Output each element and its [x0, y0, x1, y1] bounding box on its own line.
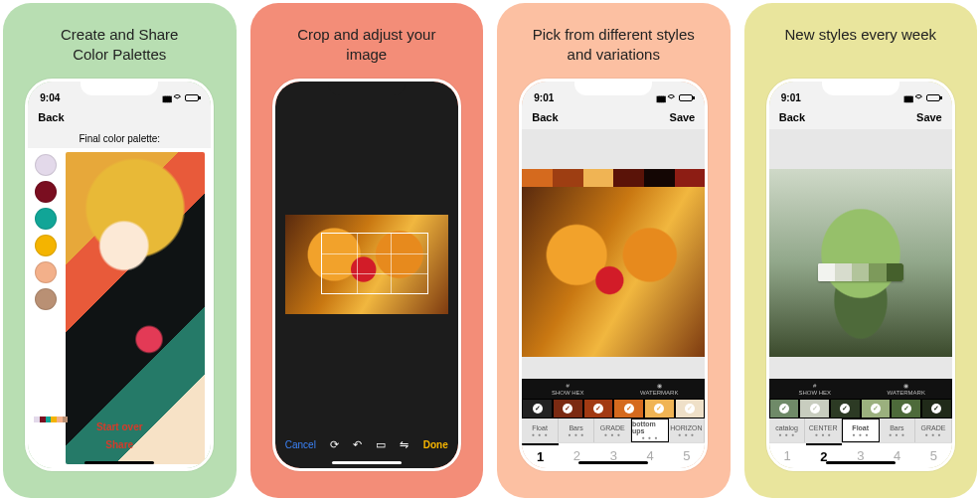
- rotate-icon[interactable]: ⟳: [330, 438, 339, 451]
- show-hex-toggle[interactable]: #SHOW HEX: [769, 379, 861, 399]
- palette-strip: [522, 169, 705, 187]
- style-option[interactable]: bottom ups● ● ●: [631, 418, 669, 442]
- color-check[interactable]: [613, 399, 644, 418]
- clock: 9:01: [534, 92, 554, 103]
- battery-icon: [185, 94, 199, 101]
- color-check[interactable]: [921, 399, 952, 418]
- style-picker[interactable]: Float● ● ●Bars● ● ●GRADE● ● ●bottom ups●…: [522, 418, 705, 442]
- palette-swatch[interactable]: [35, 288, 57, 310]
- color-check[interactable]: [583, 399, 614, 418]
- floating-palette: [818, 263, 903, 281]
- wifi-icon: [915, 91, 922, 103]
- color-check[interactable]: [830, 399, 861, 418]
- home-indicator: [826, 461, 896, 464]
- aspect-icon[interactable]: ▭: [376, 438, 386, 451]
- style-option[interactable]: HORIZON● ● ●: [669, 418, 706, 442]
- style-option[interactable]: Bars● ● ●: [880, 418, 916, 442]
- variation-option[interactable]: 4: [632, 443, 669, 468]
- promo-card-4: New styles every week 9:01 Back Save: [744, 3, 978, 498]
- color-check[interactable]: [553, 399, 583, 418]
- control-header: #SHOW HEX ◉WATERMARK: [522, 379, 705, 399]
- save-button[interactable]: Save: [670, 111, 696, 123]
- color-check[interactable]: [522, 399, 553, 418]
- color-checks[interactable]: [522, 399, 705, 418]
- phone-notch: [822, 82, 899, 95]
- caption-line: Pick from different styles: [533, 26, 695, 43]
- variation-option[interactable]: 1: [522, 443, 559, 468]
- caption-line: and variations: [568, 46, 660, 63]
- done-button[interactable]: Done: [423, 439, 448, 450]
- card-caption: New styles every week: [784, 25, 936, 65]
- mirror-icon[interactable]: ⇋: [400, 438, 408, 451]
- variation-option[interactable]: 5: [668, 443, 705, 468]
- watermark-toggle[interactable]: ◉WATERMARK: [613, 379, 705, 399]
- spacer: [769, 357, 952, 379]
- status-indicators: [903, 91, 940, 103]
- variation-option[interactable]: 2: [559, 443, 595, 468]
- status-indicators: [162, 91, 199, 103]
- caption-line: Create and Share: [61, 26, 178, 43]
- style-picker[interactable]: catalog● ● ●CENTER● ● ●Float● ● ●Bars● ●…: [769, 418, 952, 442]
- wifi-icon: [174, 91, 181, 103]
- variation-option[interactable]: 2: [806, 443, 843, 468]
- palette-swatch[interactable]: [35, 208, 57, 230]
- style-option[interactable]: GRADE● ● ●: [594, 418, 631, 442]
- phone-frame: 9:04 Back Final color palette: Start ove…: [25, 79, 214, 471]
- color-check[interactable]: [861, 399, 892, 418]
- phone-notch: [81, 82, 158, 95]
- signal-icon: [162, 92, 170, 103]
- signal-icon: [656, 92, 664, 103]
- start-over-button[interactable]: Start over: [28, 418, 211, 436]
- card-caption: Pick from different styles and variation…: [533, 25, 695, 65]
- caption-line: New styles every week: [784, 26, 936, 43]
- signal-icon: [903, 92, 911, 103]
- nav-bar: Back Save: [522, 105, 705, 129]
- variation-option[interactable]: 5: [915, 443, 952, 468]
- crop-editor[interactable]: Cancel ⟳ ↶ ▭ ⇋ Done: [275, 105, 458, 468]
- color-check[interactable]: [675, 399, 706, 418]
- phone-notch: [328, 82, 406, 95]
- save-button[interactable]: Save: [916, 111, 942, 123]
- variation-picker[interactable]: 12345: [769, 442, 952, 468]
- color-check[interactable]: [644, 399, 675, 418]
- back-button[interactable]: Back: [532, 111, 558, 123]
- crop-image[interactable]: [285, 215, 448, 314]
- color-checks[interactable]: [769, 399, 952, 418]
- color-check[interactable]: [799, 399, 830, 418]
- variation-option[interactable]: 3: [595, 443, 632, 468]
- variation-option[interactable]: 3: [842, 443, 879, 468]
- color-check[interactable]: [769, 399, 800, 418]
- style-option[interactable]: catalog● ● ●: [769, 418, 806, 442]
- palette-swatch[interactable]: [35, 235, 57, 256]
- variation-picker[interactable]: 12345: [522, 442, 705, 468]
- show-hex-toggle[interactable]: #SHOW HEX: [522, 379, 613, 399]
- promo-card-2: Crop and adjust your image Cancel ⟳ ↶ ▭ …: [250, 3, 484, 498]
- crop-frame[interactable]: [321, 233, 428, 294]
- clock: 9:04: [40, 92, 60, 103]
- style-option[interactable]: Bars● ● ●: [559, 418, 595, 442]
- phone-frame: 9:01 Back Save #SHOW HEX ◉WATERMARK: [519, 79, 708, 471]
- style-option[interactable]: GRADE● ● ●: [915, 418, 952, 442]
- undo-icon[interactable]: ↶: [353, 438, 362, 451]
- palette-swatch[interactable]: [35, 154, 57, 176]
- cancel-button[interactable]: Cancel: [285, 439, 316, 450]
- back-button[interactable]: Back: [38, 111, 64, 123]
- caption-line: image: [346, 46, 387, 63]
- palette-swatch[interactable]: [35, 181, 57, 203]
- back-button[interactable]: Back: [779, 111, 805, 123]
- variation-option[interactable]: 4: [879, 443, 915, 468]
- spacer: [522, 129, 705, 169]
- variation-option[interactable]: 1: [769, 443, 806, 468]
- control-header: #SHOW HEX ◉WATERMARK: [769, 379, 952, 399]
- palette-swatch[interactable]: [35, 261, 57, 283]
- phone-frame: Cancel ⟳ ↶ ▭ ⇋ Done: [272, 79, 461, 471]
- phone-frame: 9:01 Back Save #SHOW HEX ◉WAT: [766, 79, 955, 471]
- battery-icon: [926, 94, 940, 101]
- share-button[interactable]: Share: [28, 436, 211, 454]
- watermark-toggle[interactable]: ◉WATERMARK: [861, 379, 952, 399]
- card-caption: Create and Share Color Palettes: [61, 25, 178, 65]
- style-option[interactable]: Float● ● ●: [522, 418, 559, 442]
- style-option[interactable]: Float● ● ●: [842, 418, 880, 442]
- color-check[interactable]: [891, 399, 921, 418]
- style-option[interactable]: CENTER● ● ●: [805, 418, 842, 442]
